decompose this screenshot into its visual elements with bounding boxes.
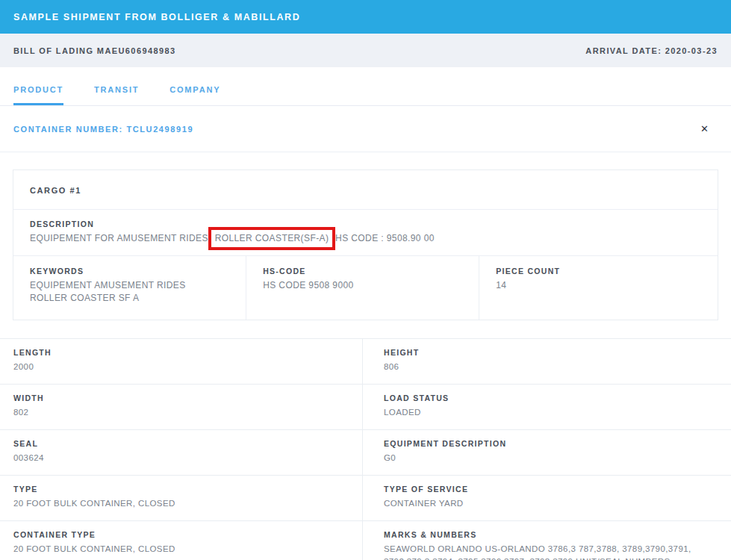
arrival-date: ARRIVAL DATE: 2020-03-23 bbox=[585, 46, 718, 55]
cargo-description: DESCRIPTION EQUIPEMENT FOR AMUSEMENT RID… bbox=[13, 210, 718, 256]
keywords-cell: KEYWORDS EQUIPEMENT AMUSEMENT RIDES ROLL… bbox=[13, 256, 246, 320]
table-row: LENGTH 2000 HEIGHT 806 bbox=[0, 338, 731, 384]
length-cell: LENGTH 2000 bbox=[0, 339, 362, 384]
cargo-card: CARGO #1 DESCRIPTION EQUIPEMENT FOR AMUS… bbox=[13, 169, 718, 320]
container-number: CONTAINER NUMBER: TCLU2498919 bbox=[13, 125, 193, 134]
hs-code-label: HS-CODE bbox=[263, 267, 462, 276]
container-type-value: 20 FOOT BULK CONTAINER, CLOSED bbox=[13, 543, 349, 556]
seal-label: SEAL bbox=[13, 439, 349, 448]
height-cell: HEIGHT 806 bbox=[362, 339, 731, 384]
highlight-box: ROLLER COASTER(SF-A) bbox=[208, 227, 336, 250]
table-row: SEAL 003624 EQUIPMENT DESCRIPTION G0 bbox=[0, 429, 731, 475]
keywords-label: KEYWORDS bbox=[30, 267, 229, 276]
type-cell: TYPE 20 FOOT BULK CONTAINER, CLOSED bbox=[0, 476, 362, 520]
container-type-label: CONTAINER TYPE bbox=[13, 530, 349, 539]
cargo-title: CARGO #1 bbox=[30, 186, 81, 195]
bill-of-lading-label: BILL OF LADING bbox=[13, 46, 93, 55]
keywords-value: EQUIPEMENT AMUSEMENT RIDES ROLLER COASTE… bbox=[30, 279, 217, 305]
description-value: EQUIPEMENT FOR AMUSEMENT RIDES ROLLER CO… bbox=[30, 232, 701, 245]
marks-numbers-value: SEAWORLD ORLANDO US-ORLANDO 3786,3 787,3… bbox=[384, 543, 716, 560]
height-label: HEIGHT bbox=[384, 348, 716, 357]
shipment-header: SAMPLE SHIPMENT FROM BOLLIGER & MABILLAR… bbox=[0, 0, 731, 34]
description-highlight: ROLLER COASTER(SF-A) bbox=[215, 233, 329, 243]
description-pre: EQUIPEMENT FOR AMUSEMENT RIDES bbox=[30, 233, 208, 243]
type-of-service-label: TYPE OF SERVICE bbox=[384, 485, 716, 494]
description-post: HS CODE : 9508.90 00 bbox=[335, 233, 435, 243]
height-value: 806 bbox=[384, 361, 716, 373]
load-status-cell: LOAD STATUS LOADED bbox=[362, 385, 731, 429]
description-label: DESCRIPTION bbox=[30, 220, 701, 228]
type-label: TYPE bbox=[13, 485, 349, 494]
tab-company[interactable]: COMPANY bbox=[169, 85, 220, 105]
hs-code-cell: HS-CODE HS CODE 9508 9000 bbox=[246, 256, 479, 320]
piece-count-label: PIECE COUNT bbox=[496, 267, 701, 276]
width-cell: WIDTH 802 bbox=[0, 385, 362, 429]
piece-count-value: 14 bbox=[496, 279, 682, 292]
bill-of-lading-bar: BILL OF LADING MAEU606948983 ARRIVAL DAT… bbox=[0, 34, 731, 67]
details-table: LENGTH 2000 HEIGHT 806 WIDTH 802 LOAD ST… bbox=[0, 338, 731, 560]
seal-cell: SEAL 003624 bbox=[0, 430, 362, 475]
type-of-service-cell: TYPE OF SERVICE CONTAINER YARD bbox=[362, 476, 731, 520]
marks-numbers-cell: MARKS & NUMBERS SEAWORLD ORLANDO US-ORLA… bbox=[362, 521, 731, 560]
bill-of-lading-number: BILL OF LADING MAEU606948983 bbox=[13, 46, 176, 55]
piece-count-cell: PIECE COUNT 14 bbox=[479, 256, 718, 320]
type-of-service-value: CONTAINER YARD bbox=[384, 497, 716, 510]
close-icon[interactable]: ✕ bbox=[700, 124, 709, 134]
width-value: 802 bbox=[13, 406, 349, 419]
tab-bar: PRODUCT TRANSIT COMPANY bbox=[0, 67, 731, 106]
equipment-description-label: EQUIPMENT DESCRIPTION bbox=[384, 439, 716, 448]
tab-product[interactable]: PRODUCT bbox=[13, 85, 63, 105]
seal-value: 003624 bbox=[13, 452, 349, 464]
load-status-label: LOAD STATUS bbox=[384, 393, 716, 402]
container-type-cell: CONTAINER TYPE 20 FOOT BULK CONTAINER, C… bbox=[0, 521, 362, 560]
marks-numbers-label: MARKS & NUMBERS bbox=[384, 530, 716, 539]
equipment-description-value: G0 bbox=[384, 452, 716, 464]
load-status-value: LOADED bbox=[384, 406, 716, 419]
table-row: WIDTH 802 LOAD STATUS LOADED bbox=[0, 384, 731, 429]
equipment-description-cell: EQUIPMENT DESCRIPTION G0 bbox=[362, 430, 731, 475]
table-row: CONTAINER TYPE 20 FOOT BULK CONTAINER, C… bbox=[0, 520, 731, 560]
hs-code-value: HS CODE 9508 9000 bbox=[263, 279, 450, 292]
length-value: 2000 bbox=[13, 361, 349, 373]
bill-of-lading-value: MAEU606948983 bbox=[97, 46, 176, 55]
container-header: CONTAINER NUMBER: TCLU2498919 ✕ bbox=[0, 106, 731, 152]
width-label: WIDTH bbox=[13, 393, 349, 402]
cargo-columns: KEYWORDS EQUIPEMENT AMUSEMENT RIDES ROLL… bbox=[13, 256, 718, 320]
table-row: TYPE 20 FOOT BULK CONTAINER, CLOSED TYPE… bbox=[0, 475, 731, 520]
type-value: 20 FOOT BULK CONTAINER, CLOSED bbox=[13, 497, 349, 510]
length-label: LENGTH bbox=[13, 348, 349, 357]
cargo-title-row: CARGO #1 bbox=[13, 170, 718, 210]
page-title: SAMPLE SHIPMENT FROM BOLLIGER & MABILLAR… bbox=[13, 12, 300, 22]
tab-transit[interactable]: TRANSIT bbox=[94, 85, 139, 105]
